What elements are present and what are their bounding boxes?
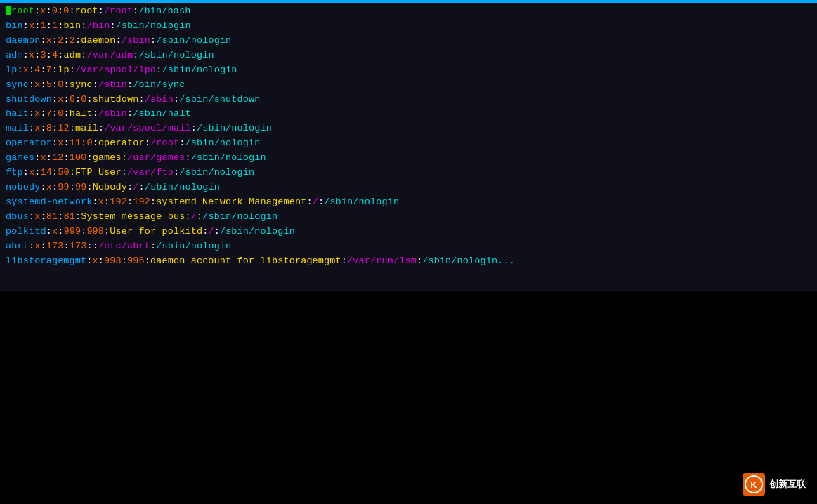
terminal-line: nobody:x:99:99:Nobody:/:/sbin/nologin — [6, 180, 811, 195]
terminal-line: bin:x:1:1:bin:/bin:/sbin/nologin — [6, 19, 811, 34]
terminal-line: halt:x:7:0:halt:/sbin:/sbin/halt — [6, 107, 811, 121]
watermark-icon: K — [743, 473, 765, 496]
terminal-line: mail:x:8:12:mail:/var/spool/mail:/sbin/n… — [6, 121, 811, 136]
terminal-line: shutdown:x:6:0:shutdown:/sbin:/sbin/shut… — [6, 93, 811, 107]
terminal-line: root:x:0:0:root:/root:/bin/bash — [6, 4, 811, 19]
terminal-line: libstoragemgmt:x:998:996:daemon account … — [6, 254, 811, 269]
black-area: K 创新互联 — [0, 291, 817, 504]
terminal-line: operator:x:11:0:operator:/root:/sbin/nol… — [6, 136, 811, 151]
terminal-cursor — [6, 6, 11, 15]
terminal-content: root:x:0:0:root:/root:/bin/bashbin:x:1:1… — [6, 4, 811, 269]
terminal-window: root:x:0:0:root:/root:/bin/bashbin:x:1:1… — [0, 0, 817, 291]
svg-text:K: K — [750, 479, 757, 490]
terminal-line: systemd-network:x:192:192:systemd Networ… — [6, 195, 811, 210]
watermark: K 创新互联 — [743, 473, 806, 496]
terminal-line: lp:x:4:7:lp:/var/spool/lpd:/sbin/nologin — [6, 63, 811, 78]
terminal-line: sync:x:5:0:sync:/sbin:/bin/sync — [6, 78, 811, 93]
watermark-text: 创新互联 — [769, 478, 806, 491]
terminal-line: games:x:12:100:games:/usr/games:/sbin/no… — [6, 151, 811, 166]
terminal-line: ftp:x:14:50:FTP User:/var/ftp:/sbin/nolo… — [6, 166, 811, 180]
terminal-line: adm:x:3:4:adm:/var/adm:/sbin/nologin — [6, 48, 811, 63]
terminal-line: polkitd:x:999:998:User for polkitd:/:/sb… — [6, 225, 811, 239]
terminal-line: daemon:x:2:2:daemon:/sbin:/sbin/nologin — [6, 34, 811, 48]
terminal-line: dbus:x:81:81:System message bus:/:/sbin/… — [6, 210, 811, 225]
terminal-line: abrt:x:173:173::/etc/abrt:/sbin/nologin — [6, 239, 811, 254]
